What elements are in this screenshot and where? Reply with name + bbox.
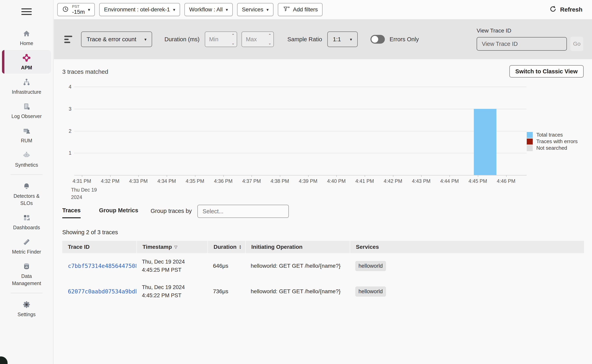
- service-chip[interactable]: helloworld: [355, 286, 386, 297]
- gridline: [74, 131, 526, 131]
- sidebar-item-synthetics[interactable]: Synthetics: [2, 147, 51, 171]
- tab-group-metrics[interactable]: Group Metrics: [99, 207, 138, 218]
- traces-table: Trace ID Timestamp▽ Duration▲▼ Initiatin…: [62, 241, 584, 304]
- legend-item[interactable]: Total traces: [527, 132, 578, 138]
- legend-item[interactable]: Not searched: [527, 145, 578, 151]
- errors-only-toggle[interactable]: [370, 35, 385, 44]
- services-filter[interactable]: Services ▾: [237, 3, 273, 16]
- legend-item[interactable]: Traces with errors: [527, 138, 578, 145]
- workflow-filter[interactable]: Workflow : All ▾: [184, 3, 233, 16]
- sidebar-item-label: Metric Finder: [12, 248, 41, 255]
- x-axis-tick-label: 4:37 PM: [242, 178, 261, 184]
- sidebar-item-label: Log Observer: [11, 113, 41, 120]
- filter-plus-icon: [283, 5, 290, 14]
- refresh-button[interactable]: Refresh: [549, 5, 582, 14]
- switch-to-classic-view-button[interactable]: Switch to Classic View: [509, 65, 584, 78]
- trace-filter-bar: Trace & error count ▾ Duration (ms) ⌃⌄ ⌃…: [54, 19, 592, 59]
- y-axis-tick-label: 3: [65, 106, 71, 112]
- bell-icon: [22, 182, 31, 191]
- duration-min-field: ⌃⌄: [205, 32, 237, 47]
- filter-list-icon[interactable]: [64, 36, 72, 43]
- x-axis-date-label: Thu Dec 19 2024: [71, 186, 97, 201]
- stepper-arrows-icon[interactable]: ⌃⌄: [232, 33, 235, 45]
- service-chip[interactable]: helloworld: [355, 261, 386, 271]
- sidebar-item-log-observer[interactable]: Log Observer: [2, 99, 51, 122]
- services-cell: helloworld: [350, 261, 584, 271]
- column-header-services[interactable]: Services: [350, 241, 584, 253]
- x-axis-tick: [336, 175, 337, 177]
- gear-icon: [22, 300, 31, 309]
- sidebar-item-apm[interactable]: APM: [2, 50, 51, 74]
- view-trace-id-input[interactable]: [477, 37, 567, 51]
- traces-table-body: c7bbf57314e4856447508cThu, Dec 19 20244:…: [62, 253, 584, 304]
- sidebar-item-home[interactable]: Home: [2, 26, 51, 49]
- services-filter-label: Services: [242, 6, 263, 13]
- sidebar-item-settings[interactable]: Settings: [2, 297, 51, 320]
- sidebar-item-label: Settings: [18, 311, 35, 318]
- chevron-down-icon: ▾: [350, 37, 352, 41]
- infrastructure-icon: [22, 78, 31, 87]
- trace-id-link[interactable]: c7bbf57314e4856447508c: [68, 263, 136, 269]
- column-header-initiating-operation[interactable]: Initiating Operation: [245, 241, 350, 253]
- timezone-label: PST: [72, 5, 80, 8]
- sample-ratio-select[interactable]: 1:1 ▾: [327, 32, 358, 47]
- x-axis-tick-label: 4:31 PM: [73, 178, 91, 184]
- x-axis-tick: [506, 175, 507, 177]
- column-header-duration[interactable]: Duration▲▼: [207, 241, 245, 253]
- tab-traces[interactable]: Traces: [62, 207, 81, 218]
- sort-desc-icon: ▽: [174, 245, 177, 249]
- x-axis-tick-label: 4:46 PM: [497, 178, 515, 184]
- trace-count-chart: Thu Dec 19 2024 12344:31 PM4:32 PM4:33 P…: [62, 87, 584, 204]
- legend-label: Traces with errors: [536, 138, 578, 144]
- x-axis-tick-label: 4:40 PM: [327, 178, 346, 184]
- sidebar-item-infrastructure[interactable]: Infrastructure: [2, 74, 51, 98]
- legend-swatch: [527, 138, 533, 144]
- y-axis-tick-label: 4: [65, 84, 71, 90]
- clock-icon: [62, 6, 69, 14]
- sidebar-item-dashboards[interactable]: Dashboards: [2, 210, 51, 234]
- top-toolbar: PST -15m ▾ Environment : otel-derek-1 ▾ …: [54, 0, 592, 19]
- legend-label: Total traces: [536, 132, 563, 138]
- add-filters-label: Add filters: [293, 6, 318, 13]
- sidebar-item-detectors-slos[interactable]: Detectors & SLOs: [2, 178, 51, 209]
- x-axis-tick-label: 4:38 PM: [270, 178, 289, 184]
- add-filters-button[interactable]: Add filters: [278, 3, 323, 16]
- column-header-trace-id[interactable]: Trace ID: [62, 241, 136, 253]
- group-traces-by-select[interactable]: [197, 205, 289, 218]
- environment-filter-label: Environment : otel-derek-1: [104, 6, 170, 13]
- metric-type-value: Trace & error count: [87, 36, 136, 43]
- trace-id-link[interactable]: 62077c0aabd07534a9bdbe: [68, 288, 136, 295]
- stepper-arrows-icon[interactable]: ⌃⌄: [268, 33, 271, 45]
- x-axis-tick-label: 4:32 PM: [101, 178, 119, 184]
- menu-toggle-icon[interactable]: [21, 8, 32, 15]
- legend-swatch: [527, 145, 533, 151]
- showing-traces-text: Showing 2 of 3 traces: [62, 229, 584, 236]
- sidebar-item-data-management[interactable]: Data Management: [2, 259, 51, 289]
- environment-filter[interactable]: Environment : otel-derek-1 ▾: [99, 3, 180, 16]
- home-icon: [22, 29, 31, 38]
- x-axis-tick: [308, 175, 309, 177]
- sidebar-item-metric-finder[interactable]: Metric Finder: [2, 234, 51, 258]
- x-axis-tick: [167, 175, 167, 177]
- services-cell: helloworld: [350, 286, 584, 297]
- refresh-label: Refresh: [560, 6, 582, 13]
- x-axis-tick-label: 4:42 PM: [384, 178, 402, 184]
- help-bubble[interactable]: [0, 357, 7, 364]
- chart-bar[interactable]: [474, 109, 497, 175]
- y-axis-tick-label: 1: [65, 150, 71, 156]
- go-button[interactable]: Go: [571, 37, 583, 51]
- time-range-picker[interactable]: PST -15m ▾: [57, 3, 95, 16]
- duration-cell: 736μs: [207, 288, 245, 295]
- x-axis-line: [74, 175, 526, 176]
- metric-type-select[interactable]: Trace & error count ▾: [81, 32, 152, 47]
- sample-ratio-value: 1:1: [333, 36, 341, 43]
- x-axis-tick: [478, 175, 478, 177]
- x-axis-tick-label: 4:35 PM: [186, 178, 204, 184]
- column-header-timestamp[interactable]: Timestamp▽: [136, 241, 207, 253]
- x-axis-tick: [223, 175, 224, 177]
- sidebar-item-label: Home: [20, 40, 33, 47]
- sidebar-item-rum[interactable]: RUM: [2, 123, 51, 147]
- ruler-icon: [22, 237, 31, 247]
- sidebar-item-label: Infrastructure: [12, 88, 41, 96]
- chart-plot[interactable]: Thu Dec 19 2024 12344:31 PM4:32 PM4:33 P…: [74, 87, 526, 175]
